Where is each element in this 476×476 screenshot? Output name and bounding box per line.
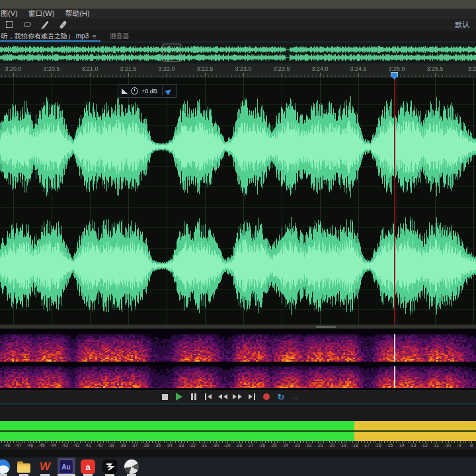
menu-view[interactable]: 图(V) xyxy=(1,9,18,19)
file-explorer-icon xyxy=(17,463,30,473)
loop-playback-button[interactable]: ↻ xyxy=(276,392,286,401)
gain-knob[interactable] xyxy=(131,87,138,95)
meter-db-label: -13 xyxy=(409,443,416,448)
timeline-ruler[interactable] xyxy=(0,63,476,78)
taskbar-globe-app[interactable] xyxy=(124,459,139,474)
meter-db-label: -44 xyxy=(50,443,56,448)
workspace-button[interactable]: 默认 xyxy=(455,19,469,30)
taskbar-browser-circle-app[interactable] xyxy=(0,459,10,474)
meter-db-label: -18 xyxy=(351,443,358,448)
meter-db-label: -42 xyxy=(73,443,79,448)
level-meter-right[interactable] xyxy=(0,432,476,441)
skip-selection-button[interactable]: ↔ xyxy=(291,392,300,401)
meter-db-label: -43 xyxy=(61,443,68,448)
play-button[interactable] xyxy=(175,392,184,401)
window-titlebar xyxy=(0,0,476,9)
meter-db-label: -22 xyxy=(305,443,311,448)
healing-brush-icon xyxy=(59,20,67,28)
meter-db-label: -34 xyxy=(166,443,173,448)
meter-db-label: -28 xyxy=(235,443,242,448)
meter-db-label: -40 xyxy=(96,443,102,448)
fast-forward-button[interactable] xyxy=(233,392,242,401)
taskbar-wps-office[interactable]: W xyxy=(38,459,52,474)
hud-divider xyxy=(162,87,163,95)
lasso-selection-tool[interactable] xyxy=(22,20,32,29)
menu-window[interactable]: 窗口(W) xyxy=(28,9,55,19)
record-icon xyxy=(263,393,270,400)
red-a-app-icon: a xyxy=(81,459,95,474)
taskbar-red-a-app[interactable]: a xyxy=(81,459,95,474)
meter-db-label: -38 xyxy=(119,443,126,448)
taskbar-adobe-audition[interactable]: Au xyxy=(59,459,73,474)
pause-icon xyxy=(191,393,193,400)
meter-db-label: -24 xyxy=(282,443,288,448)
tab-menu-icon[interactable]: ≡ xyxy=(92,32,96,40)
stop-button[interactable] xyxy=(160,392,169,401)
editor-tab-bar: 听，我怕你有难言之隐）.mp3 ≡ 混音器 xyxy=(0,30,476,42)
paintbrush-selection-tool[interactable] xyxy=(40,20,50,29)
meter-db-label: -17 xyxy=(363,443,370,448)
pause-button[interactable] xyxy=(189,392,198,401)
meter-db-label: -37 xyxy=(131,443,138,448)
marquee-selection-tool[interactable] xyxy=(5,20,14,29)
windows-taskbar: WAua xyxy=(0,457,476,476)
mixer-tab[interactable]: 混音器 xyxy=(100,32,130,41)
meter-db-label: -41 xyxy=(85,443,91,448)
skip-start-icon xyxy=(205,393,206,400)
meter-db-label: -47 xyxy=(15,443,21,448)
overview-waveform-canvas[interactable] xyxy=(0,42,476,63)
pin-icon[interactable] xyxy=(165,87,173,95)
meter-db-label: -27 xyxy=(247,443,253,448)
bottom-gap xyxy=(0,450,476,457)
lasso-icon xyxy=(23,21,31,28)
ruler-canvas[interactable] xyxy=(0,63,476,78)
meter-db-label: -10 xyxy=(444,443,451,448)
file-tab[interactable]: 听，我怕你有难言之隐）.mp3 ≡ xyxy=(0,30,100,42)
waveform-canvas[interactable] xyxy=(0,78,476,325)
meter-db-label: -26 xyxy=(258,443,265,448)
skip-end-icon xyxy=(249,394,253,399)
spectrogram-panel[interactable] xyxy=(0,329,476,390)
meter-db-label: -32 xyxy=(189,443,196,448)
meter-db-label: -25 xyxy=(270,443,277,448)
meter-db-label: -21 xyxy=(317,443,323,448)
record-button[interactable] xyxy=(262,392,271,401)
meter-db-label: -31 xyxy=(200,443,207,448)
meter-db-label: -29 xyxy=(223,443,230,448)
skip-to-end-button[interactable] xyxy=(247,392,257,401)
rewind-icon xyxy=(218,394,222,399)
volume-hud[interactable]: +0 dB xyxy=(118,84,177,98)
rewind-button[interactable] xyxy=(218,392,227,401)
taskbar-file-explorer[interactable] xyxy=(17,459,31,474)
meter-db-label: -30 xyxy=(212,443,219,448)
skip-to-start-button[interactable] xyxy=(204,392,213,401)
spot-healing-tool[interactable] xyxy=(58,20,67,29)
overview-visible-range-box[interactable] xyxy=(163,44,180,61)
play-icon xyxy=(176,393,182,401)
meter-db-label: -39 xyxy=(108,443,114,448)
meter-db-label: -48 xyxy=(3,443,10,448)
globe-app-icon xyxy=(124,459,139,474)
audition-window: 图(V) 窗口(W) 帮助(H) 默认 听，我怕你有难言之隐）.mp3 ≡ 混音… xyxy=(0,0,476,476)
waveform-editor[interactable] xyxy=(0,78,476,325)
gain-value[interactable]: +0 dB xyxy=(141,88,157,95)
playhead-line[interactable] xyxy=(394,78,395,325)
tool-bar: 默认 xyxy=(0,19,476,30)
transport-bar: ↻↔ xyxy=(0,390,476,405)
spectrogram-canvas[interactable] xyxy=(0,329,476,390)
taskbar-capcut[interactable] xyxy=(102,459,117,474)
audition-icon: Au xyxy=(59,459,73,474)
splitter-handle[interactable] xyxy=(316,326,336,328)
meter-db-label: -16 xyxy=(375,443,381,448)
meter-db-label: -11 xyxy=(433,443,440,448)
meter-db-label: -15 xyxy=(386,443,393,448)
meter-db-scale: -48-47-46-45-44-43-42-41-40-39-38-37-36-… xyxy=(0,441,476,450)
loop-icon: ↻ xyxy=(278,393,285,401)
stop-icon xyxy=(162,394,168,400)
overview-strip[interactable] xyxy=(0,42,476,63)
level-meter-left[interactable] xyxy=(0,421,476,430)
meter-db-label: -45 xyxy=(38,443,45,448)
meter-db-label: -35 xyxy=(154,443,161,448)
menu-help[interactable]: 帮助(H) xyxy=(65,9,89,19)
wps-icon: W xyxy=(39,460,52,473)
